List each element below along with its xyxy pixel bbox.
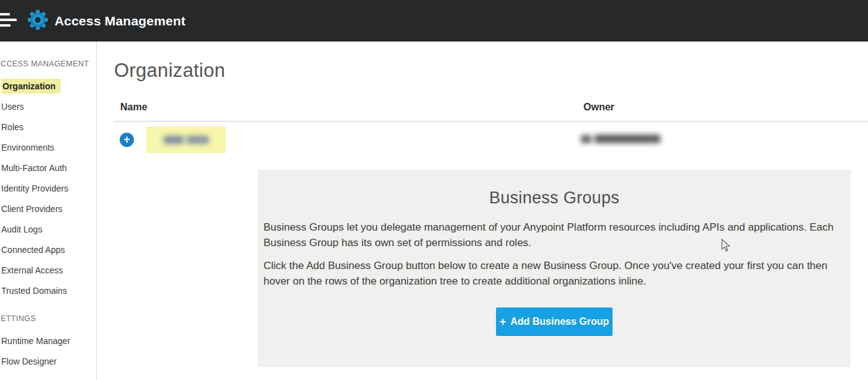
sidebar-item-identity-providers[interactable]: Identity Providers [0,179,96,199]
column-header-owner: Owner [583,102,614,113]
sidebar-item-environments[interactable]: Environments [0,138,96,158]
redacted-organization-name [164,136,209,144]
plus-icon: + [500,316,507,327]
sidebar-item-trusted-domains[interactable]: Trusted Domains [0,281,96,301]
top-navigation-bar: Access Management [0,0,868,42]
organization-name-link[interactable] [146,126,226,153]
add-business-group-button[interactable]: + Add Business Group [496,307,613,336]
sidebar-list-access-management: Organization Users Roles Environments Mu… [0,76,96,301]
sidebar-item-users[interactable]: Users [0,97,96,117]
sidebar-item-runtime-manager[interactable]: Runtime Manager [0,331,96,351]
sidebar-item-roles[interactable]: Roles [0,117,96,138]
business-groups-title: Business Groups [258,187,851,208]
sidebar-item-flow-designer[interactable]: Flow Designer [0,351,96,372]
table-header-divider [113,121,868,122]
sidebar-section-settings: ETTINGS [0,314,96,324]
gear-icon [27,9,49,31]
page-title: Organization [114,60,225,82]
business-groups-panel: Business Groups Business Groups let you … [258,170,851,367]
app-title: Access Management [55,0,185,42]
sidebar-list-settings: Runtime Manager Flow Designer [0,331,96,372]
menu-icon[interactable] [0,12,19,27]
column-header-name: Name [120,102,148,113]
sidebar: CCESS MANAGEMENT Organization Users Role… [0,42,97,380]
sidebar-item-audit-logs[interactable]: Audit Logs [0,219,96,240]
access-management-page: Access Management CCESS MANAGEMENT Organ… [0,0,868,380]
business-groups-description-1: Business Groups let you delegate managem… [264,219,845,250]
sidebar-item-multi-factor-auth[interactable]: Multi-Factor Auth [0,158,96,179]
sidebar-item-external-access[interactable]: External Access [0,260,96,281]
sidebar-item-organization[interactable]: Organization [0,76,96,97]
redacted-owner-name [581,135,660,143]
sidebar-item-connected-apps[interactable]: Connected Apps [0,240,96,260]
sidebar-item-client-providers[interactable]: Client Providers [0,199,96,219]
organization-owner-value [581,132,674,146]
sidebar-section-access-management: CCESS MANAGEMENT [0,59,96,69]
plus-icon[interactable]: + [120,133,134,147]
add-business-group-label: Add Business Group [510,316,609,327]
business-groups-description-2: Click the Add Business Group button belo… [264,258,845,289]
